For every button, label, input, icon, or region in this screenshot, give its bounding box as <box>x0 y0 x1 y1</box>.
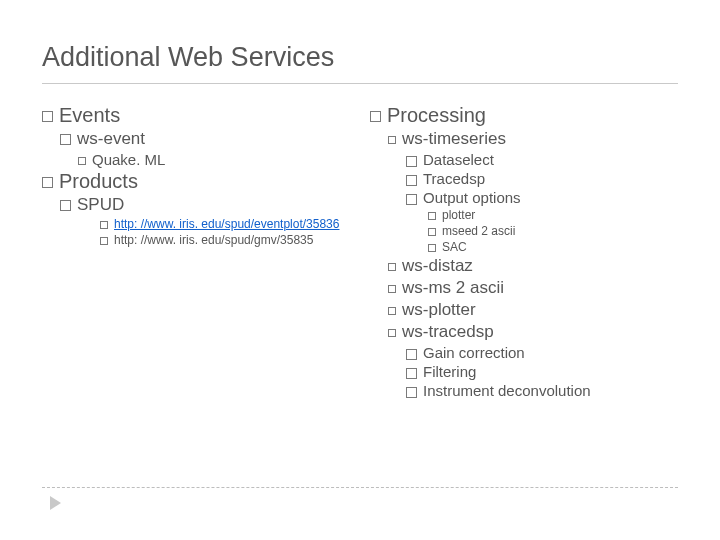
checkbox-icon <box>60 134 71 145</box>
spud-link-1-item: http: //www. iris. edu/spud/eventplot/35… <box>100 217 350 231</box>
ws-ms2ascii-item: ws-ms 2 ascii <box>388 278 678 298</box>
ws-timeseries-label: ws-timeseries <box>402 129 506 148</box>
ws-event-item: ws-event <box>60 129 350 149</box>
checkbox-icon <box>428 212 436 220</box>
gain-item: Gain correction <box>406 344 678 361</box>
ws-plotter-item: ws-plotter <box>388 300 678 320</box>
spud-link-1[interactable]: http: //www. iris. edu/spud/eventplot/35… <box>114 217 339 231</box>
page-title: Additional Web Services <box>42 42 678 84</box>
checkbox-icon <box>428 228 436 236</box>
ws-event-label: ws-event <box>77 129 145 148</box>
checkbox-icon <box>42 177 53 188</box>
events-label: Events <box>59 104 120 126</box>
output-options-item: Output options <box>406 189 678 206</box>
checkbox-icon <box>388 329 396 337</box>
checkbox-icon <box>60 200 71 211</box>
output-mseed-label: mseed 2 ascii <box>442 224 515 238</box>
checkbox-icon <box>388 285 396 293</box>
checkbox-icon <box>406 194 417 205</box>
right-column: Processing ws-timeseries Dataselect Trac… <box>350 102 678 401</box>
products-label: Products <box>59 170 138 192</box>
ws-distaz-label: ws-distaz <box>402 256 473 275</box>
events-heading: Events <box>42 104 350 127</box>
quakeml-item: Quake. ML <box>78 151 350 168</box>
checkbox-icon <box>406 387 417 398</box>
checkbox-icon <box>388 136 396 144</box>
footer-divider <box>42 487 678 488</box>
checkbox-icon <box>406 175 417 186</box>
products-heading: Products <box>42 170 350 193</box>
quakeml-label: Quake. ML <box>92 151 165 168</box>
output-plotter-item: plotter <box>428 208 678 222</box>
checkbox-icon <box>406 156 417 167</box>
gain-label: Gain correction <box>423 344 525 361</box>
checkbox-icon <box>406 349 417 360</box>
ws-ms2ascii-label: ws-ms 2 ascii <box>402 278 504 297</box>
checkbox-icon <box>100 237 108 245</box>
output-plotter-label: plotter <box>442 208 475 222</box>
spud-item: SPUD <box>60 195 350 215</box>
checkbox-icon <box>388 307 396 315</box>
instrument-item: Instrument deconvolution <box>406 382 678 399</box>
spud-label: SPUD <box>77 195 124 214</box>
ws-tracedsp-label: ws-tracedsp <box>402 322 494 341</box>
spud-link-2-item: http: //www. iris. edu/spud/gmv/35835 <box>100 233 350 247</box>
output-options-label: Output options <box>423 189 521 206</box>
checkbox-icon <box>428 244 436 252</box>
spud-link-2: http: //www. iris. edu/spud/gmv/35835 <box>114 233 313 247</box>
processing-heading: Processing <box>370 104 678 127</box>
instrument-label: Instrument deconvolution <box>423 382 591 399</box>
output-sac-item: SAC <box>428 240 678 254</box>
left-column: Events ws-event Quake. ML Products SPUD … <box>42 102 350 401</box>
ws-plotter-label: ws-plotter <box>402 300 476 319</box>
output-sac-label: SAC <box>442 240 467 254</box>
dataselect-item: Dataselect <box>406 151 678 168</box>
checkbox-icon <box>370 111 381 122</box>
checkbox-icon <box>78 157 86 165</box>
tracedsp-item: Tracedsp <box>406 170 678 187</box>
ws-distaz-item: ws-distaz <box>388 256 678 276</box>
filtering-item: Filtering <box>406 363 678 380</box>
arrow-right-icon <box>50 496 61 510</box>
dataselect-label: Dataselect <box>423 151 494 168</box>
content-columns: Events ws-event Quake. ML Products SPUD … <box>42 102 678 401</box>
filtering-label: Filtering <box>423 363 476 380</box>
checkbox-icon <box>100 221 108 229</box>
ws-tracedsp-item: ws-tracedsp <box>388 322 678 342</box>
checkbox-icon <box>406 368 417 379</box>
checkbox-icon <box>388 263 396 271</box>
processing-label: Processing <box>387 104 486 126</box>
output-mseed-item: mseed 2 ascii <box>428 224 678 238</box>
tracedsp-label: Tracedsp <box>423 170 485 187</box>
ws-timeseries-item: ws-timeseries <box>388 129 678 149</box>
checkbox-icon <box>42 111 53 122</box>
